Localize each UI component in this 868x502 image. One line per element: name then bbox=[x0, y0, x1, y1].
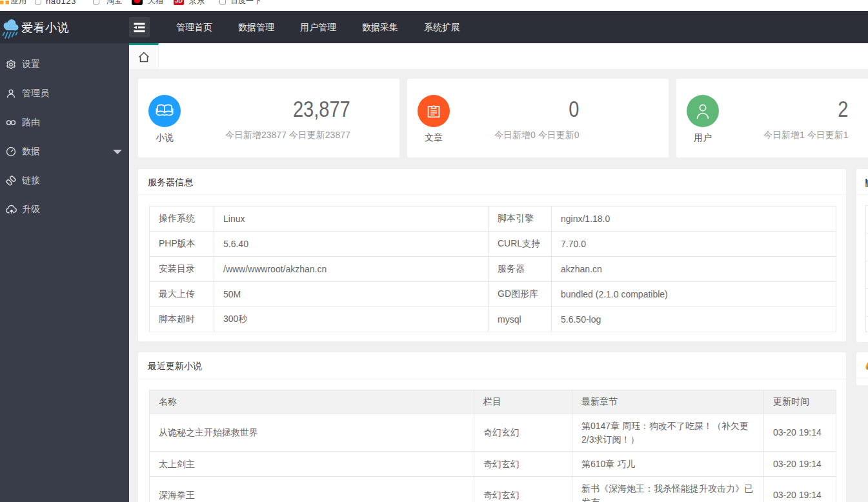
svg-text:JD: JD bbox=[175, 0, 183, 4]
